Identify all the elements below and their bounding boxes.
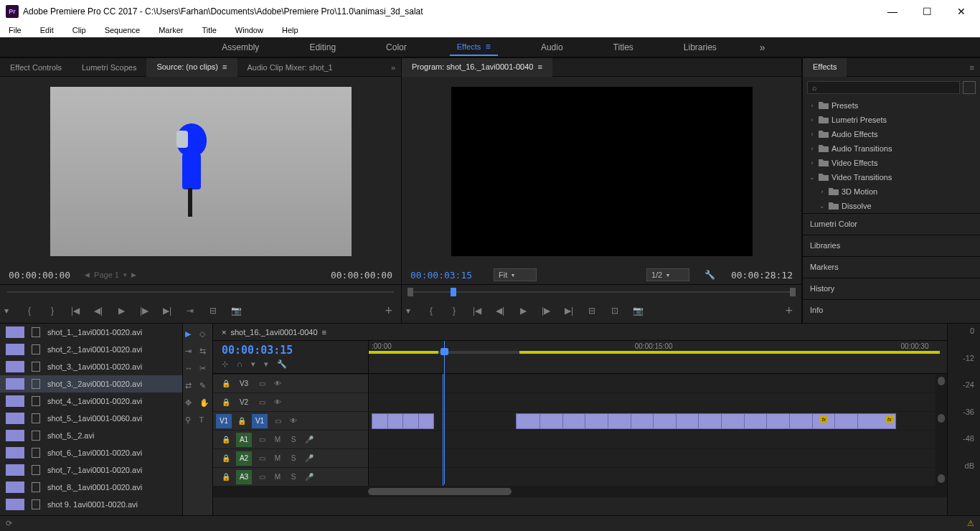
program-scrubber[interactable] <box>402 284 801 299</box>
pager-label[interactable]: Page 1 <box>94 271 119 279</box>
ws-editing[interactable]: Editing <box>302 39 343 55</box>
step-back-icon[interactable]: ◀| <box>92 304 105 317</box>
side-info[interactable]: Info <box>803 299 980 321</box>
tree-presets[interactable]: ›Presets <box>803 98 980 113</box>
menu-window[interactable]: Window <box>232 24 266 36</box>
tab-source[interactable]: Source: (no clips) ≡ <box>146 58 237 77</box>
track-v2[interactable]: 🔒V2▭👁 <box>213 393 368 411</box>
insert-icon[interactable]: ⇥ <box>184 304 197 317</box>
bin-list[interactable]: shot_1._1avi0001-0020.avishot_2._1avi000… <box>0 324 182 510</box>
bin-item[interactable]: shot_5._2.avi <box>0 427 182 444</box>
extract-icon[interactable]: ⊡ <box>608 304 621 317</box>
tree-lumetri-presets[interactable]: ›Lumetri Presets <box>803 113 980 127</box>
menu-file[interactable]: File <box>6 24 24 36</box>
bin-item[interactable]: shot_8._1avi0001-0020.avi <box>0 479 182 496</box>
lift-icon[interactable]: ⊟ <box>585 304 598 317</box>
source-scrubber[interactable] <box>0 284 401 299</box>
tree-audio-transitions[interactable]: ›Audio Transitions <box>803 141 980 156</box>
tool-slide[interactable]: ✎ <box>199 381 211 393</box>
clip-1[interactable] <box>372 413 434 429</box>
in-icon[interactable]: { <box>23 304 36 317</box>
bin-item[interactable]: shot_6._1avi0001-0020.avi <box>0 444 182 461</box>
mark-in-icon[interactable]: { <box>425 304 438 317</box>
sync-icon[interactable]: ⟳ <box>6 519 12 528</box>
program-res-dropdown[interactable]: 1/2▾ <box>646 268 689 281</box>
add-marker-icon[interactable]: ▾ <box>402 304 415 317</box>
ws-color[interactable]: Color <box>379 39 414 55</box>
track-a2[interactable]: 🔒A2▭MS🎤 <box>213 448 368 467</box>
ws-overflow[interactable]: » <box>760 42 765 53</box>
play-icon[interactable]: ▶ <box>115 304 128 317</box>
program-tc-current[interactable]: 00:00:03:15 <box>410 270 472 281</box>
ws-effects[interactable]: Effects ≡ <box>450 39 498 56</box>
minimize-button[interactable]: — <box>882 1 903 22</box>
tool-selection[interactable]: ▶ <box>185 329 197 341</box>
pager-prev[interactable]: ◀ <box>85 271 90 278</box>
tab-effects-panel[interactable]: Effects <box>803 58 847 77</box>
goto-out-icon[interactable]: ▶| <box>562 304 575 317</box>
warning-icon[interactable]: ⚠ <box>967 519 974 528</box>
tool-slip[interactable]: ⇄ <box>185 381 197 393</box>
pager-next[interactable]: ▶ <box>131 271 136 278</box>
menu-marker[interactable]: Marker <box>156 24 186 36</box>
goto-in-icon[interactable]: |◀ <box>69 304 82 317</box>
source-add-button[interactable]: + <box>385 304 392 319</box>
timeline-hscroll[interactable] <box>213 486 947 497</box>
menu-clip[interactable]: Clip <box>70 24 89 36</box>
program-monitor[interactable] <box>451 87 753 256</box>
close-button[interactable]: ✕ <box>951 1 971 22</box>
tree-dissolve[interactable]: ⌄Dissolve <box>803 199 980 213</box>
tree-video-effects[interactable]: ›Video Effects <box>803 156 980 170</box>
bin-item[interactable]: shot 9. 1avi0001-0020.avi <box>0 496 182 510</box>
tab-audio-mixer[interactable]: Audio Clip Mixer: shot_1 <box>237 58 343 77</box>
tool-zoom[interactable]: ⚲ <box>185 415 197 427</box>
play-icon[interactable]: ▶ <box>517 304 529 317</box>
program-add-button[interactable]: + <box>785 304 793 319</box>
track-v3[interactable]: 🔒V3▭👁 <box>213 374 368 393</box>
tool-rate[interactable]: ↔ <box>185 364 197 375</box>
tool-pen[interactable]: ✥ <box>185 398 197 410</box>
settings-icon[interactable]: 🔧 <box>704 268 717 281</box>
side-history[interactable]: History <box>803 278 980 299</box>
timeline-vscroll[interactable] <box>936 374 947 486</box>
step-fwd-icon[interactable]: |▶ <box>138 304 151 317</box>
goto-out-icon[interactable]: ▶| <box>161 304 174 317</box>
timeline-timecode[interactable]: 00:00:03:15 <box>222 344 359 357</box>
bin-item[interactable]: shot_4._1avi0001-0020.avi <box>0 393 182 410</box>
tab-lumetri-scopes[interactable]: Lumetri Scopes <box>72 58 146 77</box>
tab-effect-controls[interactable]: Effect Controls <box>0 58 72 77</box>
step-back-icon[interactable]: ◀| <box>494 304 507 317</box>
menu-sequence[interactable]: Sequence <box>102 24 143 36</box>
track-v1[interactable]: V1🔒V1▭👁 <box>213 411 368 430</box>
timeline-settings-icon[interactable]: ▾ <box>264 360 268 369</box>
side-libraries[interactable]: Libraries <box>803 235 980 256</box>
maximize-button[interactable]: ☐ <box>917 1 937 22</box>
export-frame-icon[interactable]: 📷 <box>631 304 644 317</box>
tool-hand[interactable]: ✋ <box>199 398 211 410</box>
bin-item[interactable]: shot_1._1avi0001-0020.avi <box>0 324 182 341</box>
wrench-icon[interactable]: 🔧 <box>277 360 287 369</box>
mark-out-icon[interactable]: } <box>448 304 461 317</box>
tool-rolling[interactable]: ⇆ <box>199 347 211 358</box>
effects-new-bin-icon[interactable] <box>963 81 976 94</box>
timeline-ruler[interactable]: :00:00 00:00:15:00 00:00:30 <box>368 341 947 373</box>
snap-icon[interactable]: ⊹ <box>222 360 228 369</box>
ws-audio[interactable]: Audio <box>534 39 570 55</box>
menu-edit[interactable]: Edit <box>37 24 57 36</box>
track-content[interactable]: fx fx <box>368 374 936 486</box>
menu-help[interactable]: Help <box>279 24 301 36</box>
tool-razor[interactable]: ✂ <box>199 364 211 375</box>
effects-search-input[interactable] <box>807 81 960 94</box>
linked-selection-icon[interactable]: ∩ <box>237 360 242 369</box>
program-zoom-dropdown[interactable]: Fit▾ <box>494 268 537 281</box>
tool-ripple[interactable]: ⇥ <box>185 347 197 358</box>
out-icon[interactable]: } <box>46 304 59 317</box>
effects-panel-menu[interactable]: ≡ <box>970 63 974 72</box>
tree-3d-motion[interactable]: ›3D Motion <box>803 184 980 199</box>
pager-dropdown[interactable]: ▾ <box>123 271 127 278</box>
overwrite-icon[interactable]: ⊟ <box>207 304 220 317</box>
bin-item[interactable]: shot_2._1avi0001-0020.avi <box>0 341 182 358</box>
ws-libraries[interactable]: Libraries <box>677 39 724 55</box>
tab-program[interactable]: Program: shot_16._1avi0001-0040 ≡ <box>402 58 552 77</box>
marker-icon[interactable]: ▾ <box>0 304 13 317</box>
